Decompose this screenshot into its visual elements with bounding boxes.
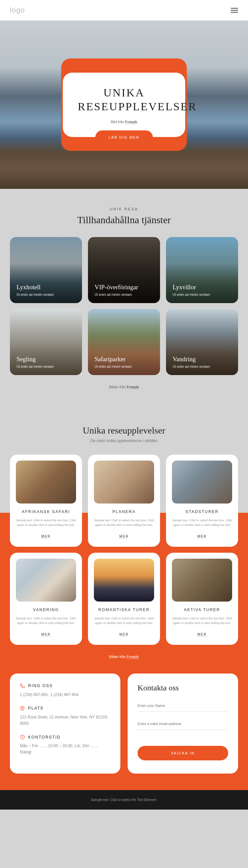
form-title: Kontakta oss	[138, 683, 228, 692]
service-title: Vandring	[173, 355, 231, 363]
experience-more-link[interactable]: MER	[119, 534, 129, 538]
service-text: Ut enim ad minim veniam	[94, 293, 154, 297]
experiences-title: Unika reseupplevelser	[0, 425, 248, 436]
hero-card: UNIKA RESEUPPLEVELSER Bild från Freepik …	[63, 73, 185, 137]
menu-icon[interactable]	[231, 8, 238, 12]
info-item-hours: KONTORSTID Mån – Fre …… 10.00 – 20.00, L…	[20, 735, 110, 755]
location-icon	[20, 706, 25, 711]
experience-image	[94, 461, 154, 503]
experience-image	[172, 559, 232, 601]
name-input[interactable]	[138, 700, 228, 712]
services-section: UNIK RESA Tillhandahållna tjänster Lyxho…	[0, 189, 248, 407]
services-title: Tillhandahållna tjänster	[10, 214, 238, 225]
service-title: Segling	[17, 355, 75, 363]
hero-title: UNIKA RESEUPPLEVELSER	[78, 86, 170, 114]
clock-icon	[20, 735, 25, 740]
experience-desc: Sample text. Click to select the text bo…	[16, 518, 76, 528]
experience-card: PLANERA Sample text. Click to select the…	[88, 455, 160, 547]
service-card[interactable]: Lyxvillor Ut enim ad minim veniam	[166, 237, 238, 303]
info-item-location: PLATS 121 Rock Sreet, 21 Avenue, New Yor…	[20, 706, 110, 727]
submit-button[interactable]: SKICKA IN	[138, 746, 228, 761]
services-credit-link[interactable]: Freepik	[127, 385, 139, 389]
experience-title: VANDRING	[16, 608, 76, 612]
service-card[interactable]: Lyxhotell Ut enim ad minim veniam	[10, 237, 82, 303]
service-card[interactable]: Safariparker Ut enim ad minim veniam	[88, 309, 160, 375]
info-label: RING OSS	[28, 683, 53, 688]
service-title: VIP-överföringar	[94, 284, 154, 291]
service-title: Safariparker	[94, 355, 154, 363]
service-card[interactable]: VIP-överföringar Ut enim ad minim veniam	[88, 237, 160, 303]
contact-info-box: RING OSS 1 (234) 567-891, 1 (234) 987-65…	[10, 674, 120, 774]
experiences-subtitle: De mest unika upplevelserna i världen	[0, 438, 248, 443]
footer-text: Sample text. Click to select the Text El…	[91, 798, 157, 802]
experience-desc: Sample text. Click to select the text bo…	[94, 616, 154, 626]
experience-card: AFRIKANSK SAFARI Sample text. Click to s…	[10, 455, 82, 547]
service-card[interactable]: Segling Ut enim ad minim veniam	[10, 309, 82, 375]
experience-title: ROMANTISKA TURER	[94, 608, 154, 612]
service-title: Lyxvillor	[173, 284, 231, 291]
header: logo	[0, 0, 248, 21]
experiences-section: Unika reseupplevelser De mest unika uppl…	[0, 407, 248, 669]
experiences-credit-link[interactable]: Freepik	[127, 655, 139, 659]
contact-form-box: Kontakta oss SKICKA IN	[128, 674, 238, 774]
experience-more-link[interactable]: MER	[197, 534, 206, 538]
experience-card: AKTIVA TURER Sample text. Click to selec…	[166, 553, 238, 645]
info-text: 121 Rock Sreet, 21 Avenue, New York, NY …	[20, 714, 110, 727]
experience-desc: Sample text. Click to select the text bo…	[172, 518, 232, 528]
services-grid: Lyxhotell Ut enim ad minim veniam VIP-öv…	[10, 237, 238, 375]
experience-card: ROMANTISKA TURER Sample text. Click to s…	[88, 553, 160, 645]
experiences-heading: Unika reseupplevelser De mest unika uppl…	[0, 425, 248, 443]
experience-more-link[interactable]: MER	[41, 534, 51, 538]
experience-desc: Sample text. Click to select the text bo…	[172, 616, 232, 626]
experience-image	[172, 461, 232, 503]
experience-more-link[interactable]: MER	[41, 632, 51, 637]
services-eyebrow: UNIK RESA	[10, 207, 238, 211]
experience-title: PLANERA	[94, 509, 154, 514]
learn-more-button[interactable]: LÄR DIG MER	[95, 130, 153, 144]
logo[interactable]: logo	[10, 6, 25, 14]
contact-section: RING OSS 1 (234) 567-891, 1 (234) 987-65…	[0, 669, 248, 790]
experience-title: STADSTURER	[172, 509, 232, 514]
experience-image	[16, 461, 76, 503]
service-card[interactable]: Vandring Ut enim ad minim veniam	[166, 309, 238, 375]
footer: Sample text. Click to select the Text El…	[0, 790, 248, 810]
info-label: PLATS	[28, 706, 44, 711]
experience-card: STADSTURER Sample text. Click to select …	[166, 455, 238, 547]
hero-credit-link[interactable]: Freepik	[125, 120, 137, 124]
phone-icon	[20, 683, 25, 688]
service-text: Ut enim ad minim veniam	[17, 365, 75, 369]
experience-more-link[interactable]: MER	[119, 632, 129, 637]
experience-image	[94, 559, 154, 601]
experience-title: AKTIVA TURER	[172, 608, 232, 612]
services-credit: Bilder från Freepik	[10, 385, 238, 389]
experience-desc: Sample text. Click to select the text bo…	[16, 616, 76, 626]
experience-card: VANDRING Sample text. Click to select th…	[10, 553, 82, 645]
service-text: Ut enim ad minim veniam	[173, 365, 231, 369]
svg-point-0	[22, 707, 23, 709]
hero-credit: Bild från Freepik	[78, 120, 170, 124]
info-text: Mån – Fre …… 10.00 – 20.00, Lör, Sön …… …	[20, 743, 110, 755]
email-input[interactable]	[138, 718, 228, 730]
experience-title: AFRIKANSK SAFARI	[16, 509, 76, 514]
service-text: Ut enim ad minim veniam	[173, 293, 231, 297]
experience-desc: Sample text. Click to select the text bo…	[94, 518, 154, 528]
info-text: 1 (234) 567-891, 1 (234) 987-654	[20, 692, 110, 698]
experience-image	[16, 559, 76, 601]
service-text: Ut enim ad minim veniam	[94, 365, 154, 369]
service-title: Lyxhotell	[17, 284, 75, 291]
experiences-credit: Bilder från Freepik	[0, 645, 248, 669]
info-label: KONTORSTID	[28, 735, 60, 740]
hero-section: UNIKA RESEUPPLEVELSER Bild från Freepik …	[0, 21, 248, 189]
service-text: Ut enim ad minim veniam	[17, 293, 75, 297]
info-item-phone: RING OSS 1 (234) 567-891, 1 (234) 987-65…	[20, 683, 110, 698]
experience-more-link[interactable]: MER	[197, 632, 206, 637]
experiences-grid: AFRIKANSK SAFARI Sample text. Click to s…	[0, 455, 248, 645]
